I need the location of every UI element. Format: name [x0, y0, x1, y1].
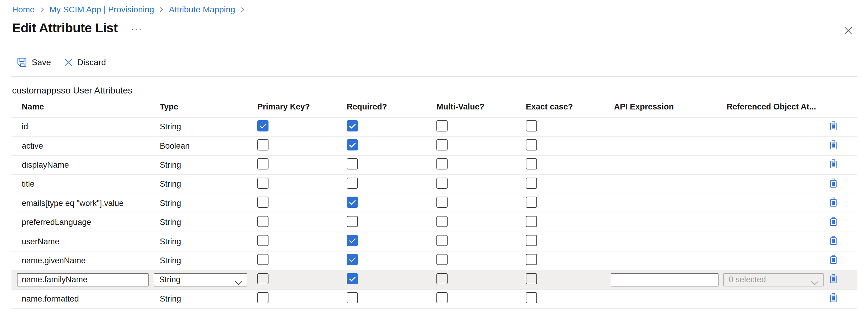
primary-key-checkbox[interactable] — [257, 158, 269, 170]
close-button[interactable] — [843, 27, 852, 36]
trash-icon — [829, 236, 837, 246]
required-checkbox[interactable] — [347, 216, 358, 227]
referenced-object-value: 0 selected — [729, 275, 766, 284]
table-row: userName String — [11, 232, 858, 251]
delete-attribute-button[interactable] — [829, 140, 837, 150]
trash-icon — [829, 217, 837, 227]
table-row: active Boolean — [11, 137, 858, 155]
primary-key-checkbox[interactable] — [257, 254, 269, 265]
discard-label: Discard — [77, 58, 106, 67]
attribute-name: id — [11, 122, 154, 132]
breadcrumb-link-attribute-mapping[interactable]: Attribute Mapping — [169, 5, 235, 14]
attribute-name: emails[type eq "work"].value — [11, 199, 154, 208]
trash-icon — [829, 140, 837, 150]
required-checkbox[interactable] — [347, 254, 358, 265]
attribute-name-input[interactable] — [17, 273, 149, 286]
exact-case-checkbox[interactable] — [526, 139, 537, 150]
multi-value-checkbox[interactable] — [436, 158, 447, 170]
column-header-referenced-object: Referenced Object At... — [723, 102, 827, 117]
chevron-right-icon — [159, 6, 163, 13]
delete-attribute-button[interactable] — [829, 236, 837, 246]
chevron-right-icon — [241, 6, 245, 13]
exact-case-checkbox[interactable] — [526, 235, 537, 246]
primary-key-checkbox[interactable] — [257, 216, 269, 227]
discard-x-icon — [64, 58, 72, 66]
exact-case-checkbox[interactable] — [526, 120, 537, 132]
primary-key-checkbox[interactable] — [257, 197, 269, 208]
save-label: Save — [32, 58, 51, 67]
column-header-multi-value: Multi-Value? — [434, 102, 524, 117]
table-row-editing: String 0 selected — [11, 271, 858, 289]
type-select[interactable]: String — [154, 273, 247, 286]
multi-value-checkbox[interactable] — [436, 254, 447, 265]
required-checkbox[interactable] — [347, 120, 358, 132]
attribute-type: String — [154, 237, 255, 246]
attribute-table: id String active Boolean displayName Str… — [11, 117, 858, 309]
delete-attribute-button[interactable] — [829, 159, 837, 170]
required-checkbox[interactable] — [347, 235, 358, 246]
required-checkbox[interactable] — [347, 197, 358, 208]
close-icon — [844, 27, 852, 36]
breadcrumb-link-home[interactable]: Home — [12, 5, 35, 14]
exact-case-checkbox[interactable] — [526, 216, 537, 227]
multi-value-checkbox[interactable] — [436, 292, 447, 303]
column-header-exact-case: Exact case? — [524, 102, 610, 117]
delete-attribute-button[interactable] — [829, 178, 837, 189]
primary-key-checkbox[interactable] — [257, 139, 269, 150]
table-row: name.givenName String — [11, 251, 858, 271]
primary-key-checkbox[interactable] — [257, 235, 269, 246]
multi-value-checkbox[interactable] — [436, 178, 447, 189]
multi-value-checkbox[interactable] — [436, 139, 447, 150]
column-header-primary-key: Primary Key? — [255, 102, 345, 117]
delete-attribute-button[interactable] — [829, 217, 837, 227]
save-button[interactable]: Save — [17, 57, 51, 67]
exact-case-checkbox[interactable] — [526, 254, 537, 265]
delete-attribute-button[interactable] — [829, 274, 837, 284]
title-row: Edit Attribute List ··· — [12, 21, 143, 35]
primary-key-checkbox[interactable] — [257, 292, 269, 303]
chevron-down-icon — [811, 278, 819, 287]
multi-value-checkbox[interactable] — [436, 235, 447, 246]
attribute-name: active — [11, 141, 154, 151]
exact-case-checkbox[interactable] — [526, 158, 537, 170]
table-row: displayName String — [11, 156, 858, 175]
referenced-object-select[interactable]: 0 selected — [723, 273, 824, 286]
table-header-row: Name Type Primary Key? Required? Multi-V… — [11, 102, 858, 117]
exact-case-checkbox[interactable] — [526, 292, 537, 303]
primary-key-checkbox[interactable] — [257, 273, 269, 284]
required-checkbox[interactable] — [347, 292, 358, 303]
primary-key-checkbox[interactable] — [257, 178, 269, 189]
attribute-name: name.givenName — [11, 256, 154, 265]
attribute-name: name.formatted — [11, 294, 154, 304]
exact-case-checkbox[interactable] — [526, 197, 537, 208]
required-checkbox[interactable] — [347, 178, 358, 189]
exact-case-checkbox[interactable] — [526, 178, 537, 189]
multi-value-checkbox[interactable] — [436, 216, 447, 227]
type-select-value: String — [159, 275, 181, 284]
attribute-name: title — [11, 179, 154, 189]
discard-button[interactable]: Discard — [64, 58, 106, 67]
delete-attribute-button[interactable] — [829, 293, 837, 303]
breadcrumb-link-provisioning[interactable]: My SCIM App | Provisioning — [50, 5, 154, 14]
breadcrumb: Home My SCIM App | Provisioning Attribut… — [12, 5, 250, 14]
multi-value-checkbox[interactable] — [436, 120, 447, 132]
required-checkbox[interactable] — [347, 139, 358, 150]
attribute-type: Boolean — [154, 141, 255, 151]
table-row: id String — [11, 117, 858, 137]
multi-value-checkbox[interactable] — [436, 273, 447, 284]
multi-value-checkbox[interactable] — [436, 197, 447, 208]
attribute-type: String — [154, 256, 255, 265]
more-commands-button[interactable]: ··· — [131, 25, 143, 33]
table-row: name.formatted String — [11, 290, 858, 309]
primary-key-checkbox[interactable] — [257, 120, 269, 132]
table-row: emails[type eq "work"].value String — [11, 194, 858, 213]
required-checkbox[interactable] — [347, 273, 358, 284]
required-checkbox[interactable] — [347, 158, 358, 170]
trash-icon — [829, 293, 837, 303]
delete-attribute-button[interactable] — [829, 198, 837, 208]
api-expression-input[interactable] — [611, 273, 718, 286]
delete-attribute-button[interactable] — [829, 121, 837, 132]
delete-attribute-button[interactable] — [829, 255, 837, 265]
attribute-type: String — [154, 199, 255, 208]
exact-case-checkbox[interactable] — [526, 273, 537, 284]
